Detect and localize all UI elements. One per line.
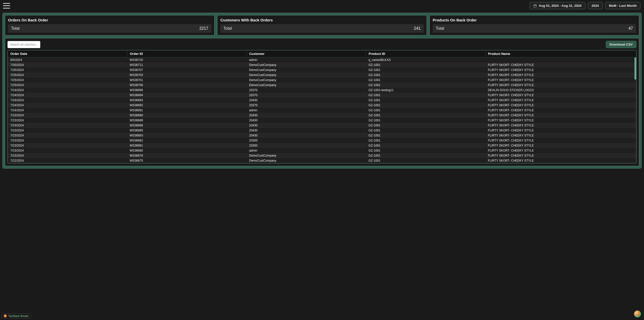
table-cell: FLIRTY SKORT- CHEEKY STYLE bbox=[485, 143, 636, 148]
table-cell: 7/25/2024 bbox=[8, 73, 127, 78]
tanstack-router-badge[interactable]: TanStack Router bbox=[2, 313, 31, 318]
table-cell: DemoCustCompany bbox=[247, 153, 366, 158]
table-cell: 7/25/2024 bbox=[8, 78, 127, 83]
table-cell: 7/25/2024 bbox=[8, 67, 127, 73]
table-cell: WS36690 bbox=[127, 113, 247, 118]
table-cell: WS36689 bbox=[127, 118, 247, 123]
col-customer[interactable]: Customer bbox=[247, 50, 366, 57]
table-row[interactable]: 7/24/2024WS3669320430GZ-1001FLIRTY SKORT… bbox=[8, 98, 636, 103]
table-row[interactable]: 7/22/2024WS36675DemoCustCompanyGZ-1001FL… bbox=[8, 158, 636, 163]
table-row[interactable]: 7/23/2024WS3668920430GZ-1001FLIRTY SKORT… bbox=[8, 118, 636, 123]
table-row[interactable]: 7/25/2024WS36703DemoCustCompanyGZ-1001FL… bbox=[8, 73, 636, 78]
table-cell: WS36703 bbox=[127, 73, 247, 78]
table-cell: GZ-1001 bbox=[366, 93, 486, 98]
table-row[interactable]: 7/24/2024WS3669420370GZ-1001FLIRTY SKORT… bbox=[8, 93, 636, 98]
router-badge-icon bbox=[4, 314, 7, 317]
table-cell: WS36711 bbox=[127, 62, 247, 67]
table-cell: GZ-1001 bbox=[366, 103, 486, 108]
col-order-id[interactable]: Order ID bbox=[127, 50, 247, 57]
metric-value: 241 bbox=[414, 26, 421, 31]
table-cell: GZ-1001 bbox=[366, 62, 486, 67]
table-cell: GZ-1001 bbox=[366, 98, 486, 103]
table-row[interactable]: 7/23/2024WS3668620430GZ-1001FLIRTY SKORT… bbox=[8, 123, 636, 128]
table-row[interactable]: 7/25/2024WS36707DemoCustCompanyGZ-1001FL… bbox=[8, 67, 636, 73]
table-row[interactable]: 7/25/2024WS36700DemoCustCompanyGZ-1001FL… bbox=[8, 83, 636, 88]
card-title: Orders On Back Order bbox=[8, 18, 211, 22]
table-row[interactable]: 7/24/2024WS3669520370GZ-1001-testing11DE… bbox=[8, 88, 636, 93]
year-button[interactable]: 2024 bbox=[588, 2, 603, 9]
table-cell: GZ-1001 bbox=[366, 143, 486, 148]
table-row[interactable]: 7/24/2024WS3669220370GZ-1001FLIRTY SKORT… bbox=[8, 103, 636, 108]
table-cell: GZ-1001 bbox=[366, 138, 486, 143]
table-cell: 20430 bbox=[247, 128, 366, 133]
table-cell: FLIRTY SKORT- CHEEKY STYLE bbox=[485, 83, 636, 88]
table-cell: FLIRTY SKORT- CHEEKY STYLE bbox=[485, 123, 636, 128]
table-cell: WS36675 bbox=[127, 158, 247, 163]
table-cell: admin bbox=[247, 148, 366, 153]
table-row[interactable]: 7/24/2024WS36691adminGZ-1001FLIRTY SKORT… bbox=[8, 108, 636, 113]
table-row[interactable]: 8/5/2024WS36720adminq_variantBLKXS bbox=[8, 57, 636, 63]
date-range-button[interactable]: Aug 01, 2024 - Aug 31, 2024 bbox=[530, 2, 585, 9]
table-cell: GZ-1001 bbox=[366, 123, 486, 128]
table-cell: DemoCustCompany bbox=[247, 62, 366, 67]
table-cell: 20370 bbox=[247, 88, 366, 93]
table-cell: FLIRTY SKORT- CHEEKY STYLE bbox=[485, 148, 636, 153]
table-cell: FLIRTY SKORT- CHEEKY STYLE bbox=[485, 153, 636, 158]
download-csv-button[interactable]: Download CSV bbox=[606, 41, 636, 48]
card-title: Customers With Back Orders bbox=[220, 18, 424, 22]
table-cell: WS36720 bbox=[127, 57, 247, 63]
download-csv-label: Download CSV bbox=[610, 43, 633, 46]
table-cell: 7/23/2024 bbox=[8, 128, 127, 133]
table-row[interactable]: 7/23/2024WS3668320430GZ-1001FLIRTY SKORT… bbox=[8, 133, 636, 138]
hamburger-menu-icon[interactable] bbox=[3, 3, 10, 9]
col-product-name[interactable]: Product Name bbox=[485, 50, 636, 57]
table-cell: 7/24/2024 bbox=[8, 103, 127, 108]
router-badge-label: TanStack Router bbox=[8, 314, 29, 317]
table-cell: WS36676 bbox=[127, 153, 247, 158]
metric-label: Total bbox=[11, 26, 20, 31]
table-row[interactable]: 7/25/2024WS36701DemoCustCompanyGZ-1001FL… bbox=[8, 78, 636, 83]
table-cell: WS36701 bbox=[127, 78, 247, 83]
table-cell: FLIRTY SKORT- CHEEKY STYLE bbox=[485, 67, 636, 73]
table-cell: GZ-1001 bbox=[366, 158, 486, 163]
table-cell: WS36707 bbox=[127, 67, 247, 73]
table-cell: WS36681 bbox=[127, 143, 247, 148]
table-cell: 20370 bbox=[247, 93, 366, 98]
table-cell: 20300 bbox=[247, 138, 366, 143]
card-products-backorder: Products On Back Order Total 47 bbox=[429, 15, 639, 35]
table-cell: DemoCustCompany bbox=[247, 83, 366, 88]
metric-label: Total bbox=[223, 26, 232, 31]
search-input[interactable] bbox=[8, 41, 40, 48]
table-wrapper: Order Date Order ID Customer Product ID … bbox=[8, 50, 636, 163]
table-cell: 20370 bbox=[247, 103, 366, 108]
table-cell: WS36695 bbox=[127, 88, 247, 93]
comparison-label: MoM - Last Month bbox=[609, 4, 637, 8]
table-row[interactable]: 7/23/2024WS3668120300GZ-1001FLIRTY SKORT… bbox=[8, 143, 636, 148]
table-row[interactable]: 7/23/2024WS3668220300GZ-1001FLIRTY SKORT… bbox=[8, 138, 636, 143]
table-cell: GZ-1001 bbox=[366, 73, 486, 78]
comparison-button[interactable]: MoM - Last Month bbox=[605, 2, 640, 9]
table-row[interactable]: 7/23/2024WS3668520430GZ-1001FLIRTY SKORT… bbox=[8, 128, 636, 133]
col-order-date[interactable]: Order Date bbox=[8, 50, 127, 57]
table-cell: 7/23/2024 bbox=[8, 138, 127, 143]
table-cell: GZ-1001 bbox=[366, 148, 486, 153]
metric-cards: Orders On Back Order Total 2217 Customer… bbox=[5, 15, 639, 35]
table-row[interactable]: 7/23/2024WS36680adminGZ-1001FLIRTY SKORT… bbox=[8, 148, 636, 153]
col-product-id[interactable]: Product ID bbox=[366, 50, 486, 57]
table-cell: admin bbox=[247, 108, 366, 113]
table-cell: WS36680 bbox=[127, 148, 247, 153]
table-cell: 20430 bbox=[247, 118, 366, 123]
table-row[interactable]: 7/23/2024WS3669020430GZ-1001FLIRTY SKORT… bbox=[8, 113, 636, 118]
table-row[interactable]: 7/30/2024WS36711DemoCustCompanyGZ-1001FL… bbox=[8, 62, 636, 67]
table-cell: FLIRTY SKORT- CHEEKY STYLE bbox=[485, 113, 636, 118]
table-cell: 7/25/2024 bbox=[8, 83, 127, 88]
table-cell: admin bbox=[247, 57, 366, 63]
avatar[interactable] bbox=[634, 310, 641, 317]
metric-value: 2217 bbox=[199, 26, 208, 31]
table-cell: 7/24/2024 bbox=[8, 98, 127, 103]
dashboard-frame: Orders On Back Order Total 2217 Customer… bbox=[3, 13, 641, 168]
table-cell: FLIRTY SKORT- CHEEKY STYLE bbox=[485, 73, 636, 78]
table-row[interactable]: 7/23/2024WS36676DemoCustCompanyGZ-1001FL… bbox=[8, 153, 636, 158]
table-cell: WS36682 bbox=[127, 138, 247, 143]
table-scrollbar[interactable] bbox=[634, 57, 636, 80]
